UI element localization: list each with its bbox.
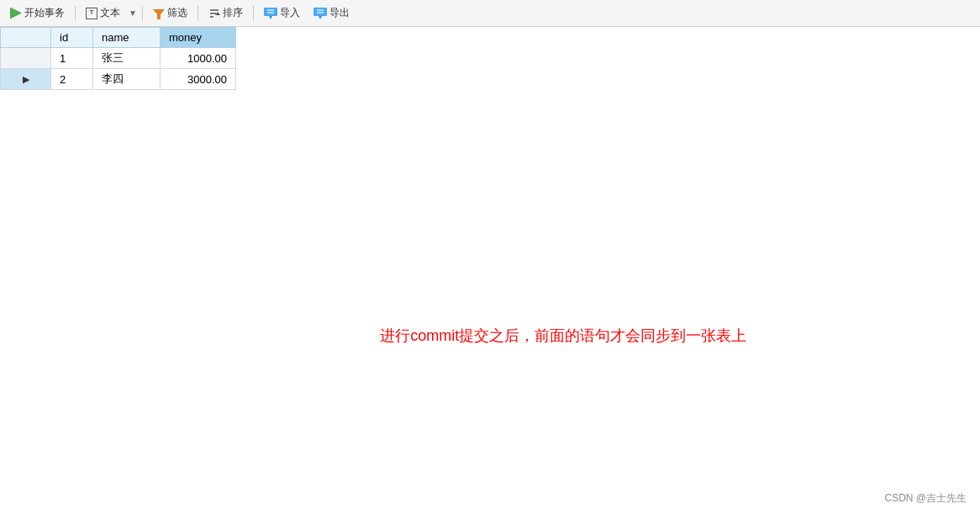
- filter-label: 筛选: [167, 6, 187, 20]
- divider-2: [142, 6, 143, 21]
- toolbar: 开始事务 T 文本 ▼ 筛选 排序: [0, 0, 980, 27]
- filter-button[interactable]: 筛选: [148, 4, 192, 22]
- row-1-name: 张三: [93, 48, 161, 69]
- start-transaction-icon: [10, 8, 22, 19]
- row-1-id: 1: [51, 48, 93, 69]
- filter-icon: [153, 9, 165, 19]
- sort-icon: [208, 8, 220, 19]
- start-transaction-button[interactable]: 开始事务: [5, 4, 70, 22]
- col-header-id[interactable]: id: [51, 28, 93, 48]
- text-button[interactable]: T 文本: [81, 4, 125, 22]
- table-container: id name money 1 张三 1000.00: [0, 27, 980, 90]
- export-label: 导出: [329, 6, 350, 20]
- svg-rect-9: [313, 8, 327, 16]
- table-row[interactable]: ▶ 2 李四 3000.00: [1, 69, 236, 90]
- text-icon: T: [86, 8, 97, 19]
- export-button[interactable]: 导出: [308, 4, 355, 22]
- table-row[interactable]: 1 张三 1000.00: [1, 48, 236, 69]
- row-2-name: 李四: [93, 69, 161, 90]
- import-button[interactable]: 导入: [259, 4, 305, 22]
- svg-marker-10: [319, 16, 322, 19]
- row-1-indicator: [1, 48, 51, 69]
- table-header-row: id name money: [1, 28, 236, 48]
- start-transaction-label: 开始事务: [24, 6, 65, 20]
- import-icon: [264, 8, 277, 19]
- svg-marker-6: [269, 16, 272, 19]
- watermark: CSDN @吉士先生: [884, 491, 967, 506]
- divider-4: [253, 6, 254, 21]
- row-indicator-header: [1, 28, 51, 48]
- col-header-money[interactable]: money: [161, 28, 236, 48]
- col-header-name[interactable]: name: [93, 28, 161, 48]
- annotation-text: 进行commit提交之后，前面的语句才会同步到一张表上: [380, 326, 746, 346]
- text-dropdown-arrow[interactable]: ▼: [129, 8, 137, 18]
- text-label: 文本: [100, 6, 120, 20]
- sort-button[interactable]: 排序: [203, 4, 248, 22]
- svg-marker-0: [153, 9, 165, 19]
- export-icon: [313, 8, 327, 19]
- sort-label: 排序: [223, 6, 243, 20]
- divider-1: [75, 6, 76, 21]
- import-label: 导入: [280, 6, 300, 20]
- row-2-id: 2: [51, 69, 93, 90]
- row-2-indicator: ▶: [1, 69, 51, 90]
- svg-rect-5: [264, 8, 277, 16]
- row-1-money: 1000.00: [161, 48, 236, 69]
- main-area: id name money 1 张三 1000.00: [0, 27, 980, 514]
- row-2-money: 3000.00: [161, 69, 236, 90]
- divider-3: [198, 6, 198, 21]
- data-table: id name money 1 张三 1000.00: [0, 27, 236, 90]
